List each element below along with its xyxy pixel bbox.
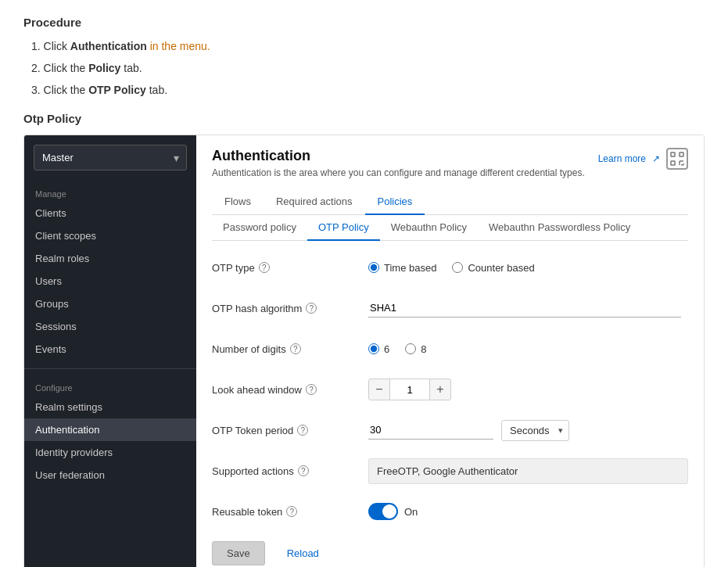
stepper-plus-button[interactable]: + <box>429 379 451 400</box>
radio-8-digits[interactable]: 8 <box>405 343 426 355</box>
scan-icon[interactable] <box>666 148 688 170</box>
step-2-bold: Policy <box>88 62 120 74</box>
svg-rect-2 <box>671 161 675 165</box>
otp-form: OTP type ? Time based Counter based <box>212 253 688 565</box>
action-buttons: Save Reload <box>212 541 688 565</box>
radio-6-label: 6 <box>384 343 389 355</box>
look-ahead-stepper: − + <box>368 379 451 400</box>
svg-rect-1 <box>680 153 683 156</box>
reusable-token-on-label: On <box>404 506 418 518</box>
supported-actions-value <box>368 458 688 484</box>
sidebar-item-client-scopes[interactable]: Client scopes <box>24 224 196 247</box>
radio-counter-based[interactable]: Counter based <box>452 262 534 274</box>
look-ahead-help-icon[interactable]: ? <box>306 384 317 395</box>
main-header: Authentication Authentication is the are… <box>212 148 688 178</box>
reload-button[interactable]: Reload <box>273 541 333 565</box>
realm-select[interactable]: Master <box>34 145 187 170</box>
digits-field: Number of digits ? 6 8 <box>212 335 688 363</box>
sub-tab-password-policy[interactable]: Password policy <box>212 215 307 241</box>
step-2: 2. Click the Policy tab. <box>31 62 705 74</box>
radio-time-based-label: Time based <box>384 262 436 274</box>
look-ahead-field: Look ahead window ? − + <box>212 375 688 404</box>
supported-actions-label: Supported actions ? <box>212 465 368 477</box>
sidebar: Master Manage Clients Client scopes Real… <box>24 135 196 567</box>
ui-container: Master Manage Clients Client scopes Real… <box>23 135 705 567</box>
sidebar-item-realm-roles[interactable]: Realm roles <box>24 247 196 270</box>
sidebar-item-events[interactable]: Events <box>24 338 196 361</box>
tab-policies[interactable]: Policies <box>365 189 425 215</box>
main-tabs: Flows Required actions Policies <box>212 189 688 215</box>
sub-tabs: Password policy OTP Policy Webauthn Poli… <box>212 215 688 241</box>
otp-period-label: OTP Token period ? <box>212 425 368 436</box>
period-unit-select[interactable]: Seconds Minutes <box>501 420 569 441</box>
otp-hash-help-icon[interactable]: ? <box>306 303 317 314</box>
look-ahead-label: Look ahead window ? <box>212 384 368 396</box>
sub-tab-webauthn-passwordless[interactable]: Webauthn Passwordless Policy <box>478 215 641 241</box>
digits-help-icon[interactable]: ? <box>290 343 301 354</box>
radio-8-input[interactable] <box>405 343 416 354</box>
procedure-steps: 1. Click Authentication in the menu. 2. … <box>23 40 705 96</box>
period-unit-wrapper: Seconds Minutes <box>501 420 569 441</box>
main-title: Authentication <box>212 148 585 164</box>
otp-hash-value <box>368 299 688 318</box>
sidebar-item-groups[interactable]: Groups <box>24 292 196 315</box>
main-header-left: Authentication Authentication is the are… <box>212 148 585 178</box>
reusable-token-label: Reusable token ? <box>212 506 368 518</box>
otp-hash-label: OTP hash algorithm ? <box>212 303 368 314</box>
sub-tab-otp-policy[interactable]: OTP Policy <box>307 215 380 241</box>
reusable-token-help-icon[interactable]: ? <box>286 506 297 517</box>
save-button[interactable]: Save <box>212 541 265 565</box>
otp-hash-field: OTP hash algorithm ? <box>212 294 688 322</box>
sidebar-item-realm-settings[interactable]: Realm settings <box>24 396 196 418</box>
reusable-token-field: Reusable token ? On <box>212 497 688 526</box>
radio-counter-based-label: Counter based <box>468 262 534 274</box>
radio-time-based-input[interactable] <box>368 262 379 273</box>
tab-flows[interactable]: Flows <box>212 189 264 215</box>
main-subtitle: Authentication is the area where you can… <box>212 167 585 178</box>
otp-type-field: OTP type ? Time based Counter based <box>212 253 688 282</box>
sidebar-item-authentication[interactable]: Authentication <box>24 418 196 441</box>
otp-type-help-icon[interactable]: ? <box>259 262 270 273</box>
procedure-title: Procedure <box>23 16 705 29</box>
sidebar-item-users[interactable]: Users <box>24 270 196 292</box>
sidebar-item-identity-providers[interactable]: Identity providers <box>24 441 196 464</box>
supported-actions-input[interactable] <box>368 458 688 484</box>
otp-type-radio-group: Time based Counter based <box>368 262 535 274</box>
radio-counter-based-input[interactable] <box>452 262 463 273</box>
step-3: 3. Click the OTP Policy tab. <box>31 84 705 96</box>
radio-6-digits[interactable]: 6 <box>368 343 389 355</box>
reusable-token-toggle[interactable] <box>368 503 398 520</box>
page-content: Procedure 1. Click Authentication in the… <box>0 0 728 567</box>
sidebar-item-user-federation[interactable]: User federation <box>24 464 196 486</box>
otp-period-help-icon[interactable]: ? <box>297 425 308 436</box>
otp-type-value: Time based Counter based <box>368 262 688 274</box>
stepper-input[interactable] <box>390 379 429 400</box>
supported-actions-help-icon[interactable]: ? <box>298 465 309 476</box>
sub-tab-webauthn-policy[interactable]: Webauthn Policy <box>380 215 478 241</box>
realm-select-wrapper[interactable]: Master <box>34 145 187 170</box>
radio-6-input[interactable] <box>368 343 379 354</box>
tab-required-actions[interactable]: Required actions <box>264 189 365 215</box>
digits-radio-group: 6 8 <box>368 343 426 355</box>
otp-policy-title: Otp Policy <box>23 112 705 125</box>
supported-actions-field: Supported actions ? <box>212 457 688 485</box>
step-1-link: in the menu. <box>147 40 210 52</box>
learn-more-link[interactable]: Learn more <box>598 153 646 164</box>
otp-period-input[interactable] <box>368 421 493 440</box>
sidebar-item-sessions[interactable]: Sessions <box>24 315 196 338</box>
otp-type-label: OTP type ? <box>212 262 368 274</box>
procedure-section: Procedure 1. Click Authentication in the… <box>23 16 705 96</box>
external-link-icon: ↗ <box>652 153 660 164</box>
digits-label: Number of digits ? <box>212 343 368 355</box>
manage-label: Manage <box>24 183 196 202</box>
look-ahead-value: − + <box>368 379 688 400</box>
radio-time-based[interactable]: Time based <box>368 262 436 274</box>
otp-hash-input[interactable] <box>368 299 681 318</box>
sidebar-divider <box>24 368 196 369</box>
digits-value: 6 8 <box>368 343 688 355</box>
step-3-bold: OTP Policy <box>88 84 146 96</box>
stepper-minus-button[interactable]: − <box>368 379 390 400</box>
radio-8-label: 8 <box>421 343 426 355</box>
otp-period-field: OTP Token period ? Seconds Minutes <box>212 416 688 444</box>
sidebar-item-clients[interactable]: Clients <box>24 202 196 224</box>
